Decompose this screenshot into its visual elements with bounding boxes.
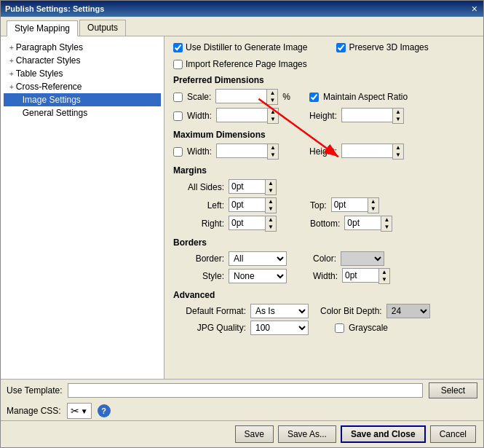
close-button[interactable]: × [470,3,479,15]
save-as-button[interactable]: Save As... [278,425,336,443]
color-bit-select: 24 [386,304,430,318]
use-distiller-row: Use Distiller to Generate Image [173,42,307,52]
bwidth-label: Width: [313,271,338,281]
color-bit-label: Color Bit Depth: [320,306,382,316]
expand-icon: + [9,83,14,91]
bwidth-input[interactable] [342,268,378,283]
left-down-btn[interactable]: ▼ [266,205,276,213]
tree-item-image-settings[interactable]: Image Settings [4,93,161,106]
default-format-select[interactable]: As Is GIF JPEG PNG [250,304,309,318]
tree-item-general-settings[interactable]: General Settings [4,106,161,119]
all-sides-input[interactable] [229,179,265,194]
manage-css-button[interactable]: ✂ ▼ [67,403,92,419]
jpg-quality-select[interactable]: 100 75 50 [250,321,309,335]
content-area: + Paragraph Styles + Character Styles + … [1,36,483,379]
left-top-row: Left: ▲ ▼ Top: ▲ ▼ [173,197,475,213]
preserve-3d-checkbox[interactable] [336,43,346,52]
manage-css-label: Manage CSS: [7,406,61,416]
jpg-grayscale-row: JPG Quality: 100 75 50 Grayscale [173,321,475,335]
template-row: Use Template: Select [1,380,483,401]
import-ref-checkbox[interactable] [173,60,183,69]
top-up-btn[interactable]: ▲ [368,198,378,205]
import-ref-row: Import Reference Page Images [173,59,475,69]
title-bar: Publish Settings: Settings × [1,1,483,17]
right-input[interactable] [229,216,265,230]
use-template-label: Use Template: [7,385,62,396]
left-panel: + Paragraph Styles + Character Styles + … [1,36,164,379]
style-bwidth-row: Style: None Solid Dashed Width: ▲ ▼ [173,268,475,284]
bottom-label: Bottom: [310,219,340,229]
bwidth-down-btn[interactable]: ▼ [379,276,389,283]
top-spinner: ▲ ▼ [331,197,379,213]
pref-height-up-btn[interactable]: ▲ [393,109,403,116]
tree-item-cross-reference[interactable]: + Cross-Reference [4,80,161,93]
scale-spinner: ▲ ▼ [215,89,278,105]
jpg-quality-label: JPG Quality: [173,323,246,333]
expand-icon: + [9,44,14,52]
pref-width-label: Width: [187,111,212,121]
bottom-input[interactable] [344,216,381,230]
tree-item-table[interactable]: + Table Styles [4,67,161,80]
left-input[interactable] [229,197,265,212]
max-height-input[interactable] [341,144,392,158]
pref-height-down-btn[interactable]: ▼ [393,116,403,123]
top-input[interactable] [331,197,368,212]
max-height-down-btn[interactable]: ▼ [393,152,403,159]
bottom-down-btn[interactable]: ▼ [381,224,392,231]
max-width-down-btn[interactable]: ▼ [268,152,278,159]
tree-item-paragraph[interactable]: + Paragraph Styles [4,41,161,54]
select-button[interactable]: Select [429,382,477,398]
use-distiller-checkbox[interactable] [173,43,183,52]
color-select[interactable] [341,251,384,266]
bottom-up-btn[interactable]: ▲ [381,216,392,224]
pref-height-input[interactable] [341,108,392,122]
max-width-input[interactable] [216,144,267,158]
top-checkboxes: Use Distiller to Generate Image Preserve… [173,42,475,56]
default-format-row: Default Format: As Is GIF JPEG PNG Color… [173,304,475,318]
pref-width-input[interactable] [216,108,267,122]
grayscale-checkbox[interactable] [335,323,344,333]
style-select[interactable]: None Solid Dashed [229,269,287,283]
save-button[interactable]: Save [235,425,274,443]
tab-outputs[interactable]: Outputs [79,20,126,36]
maintain-aspect-checkbox[interactable] [309,93,319,102]
bwidth-up-btn[interactable]: ▲ [379,269,389,276]
right-panel: Use Distiller to Generate Image Preserve… [164,36,483,379]
save-close-button[interactable]: Save and Close [341,425,426,443]
pref-width-down-btn[interactable]: ▼ [268,116,278,123]
expand-icon: + [9,70,14,78]
pref-width-checkbox[interactable] [173,111,183,121]
margins-title: Margins [173,165,475,176]
left-up-btn[interactable]: ▲ [266,198,276,205]
all-sides-spinner: ▲ ▼ [229,179,277,195]
advanced-title: Advanced [173,290,475,300]
cancel-button[interactable]: Cancel [430,425,476,443]
right-down-btn[interactable]: ▼ [266,224,276,231]
right-bottom-row: Right: ▲ ▼ Bottom: ▲ ▼ [173,216,475,232]
manage-css-row: Manage CSS: ✂ ▼ ? [1,401,483,420]
top-down-btn[interactable]: ▼ [368,205,378,213]
scale-input[interactable] [215,89,266,103]
tree-item-character[interactable]: + Character Styles [4,54,161,67]
template-input[interactable] [68,383,422,398]
style-label: Style: [173,271,224,281]
all-sides-down-btn[interactable]: ▼ [266,187,276,194]
border-select[interactable]: All None Custom [229,251,287,266]
scale-up-btn[interactable]: ▲ [267,90,277,97]
tab-style-mapping[interactable]: Style Mapping [7,20,78,36]
pref-dim-title: Preferred Dimensions [173,75,475,85]
bwidth-spinner: ▲ ▼ [342,268,390,284]
all-sides-up-btn[interactable]: ▲ [266,180,276,187]
max-width-up-btn[interactable]: ▲ [268,144,278,152]
max-width-checkbox[interactable] [173,147,183,157]
right-spinner: ▲ ▼ [229,216,277,232]
top-label: Top: [310,200,327,211]
max-height-spinner: ▲ ▼ [341,144,404,160]
max-height-up-btn[interactable]: ▲ [393,144,403,152]
scale-down-btn[interactable]: ▼ [267,97,277,104]
right-up-btn[interactable]: ▲ [266,216,276,224]
help-icon[interactable]: ? [98,404,111,417]
margins-section: All Sides: ▲ ▼ Left: ▲ [173,179,475,232]
scale-checkbox[interactable] [173,93,183,102]
pref-width-up-btn[interactable]: ▲ [268,109,278,116]
